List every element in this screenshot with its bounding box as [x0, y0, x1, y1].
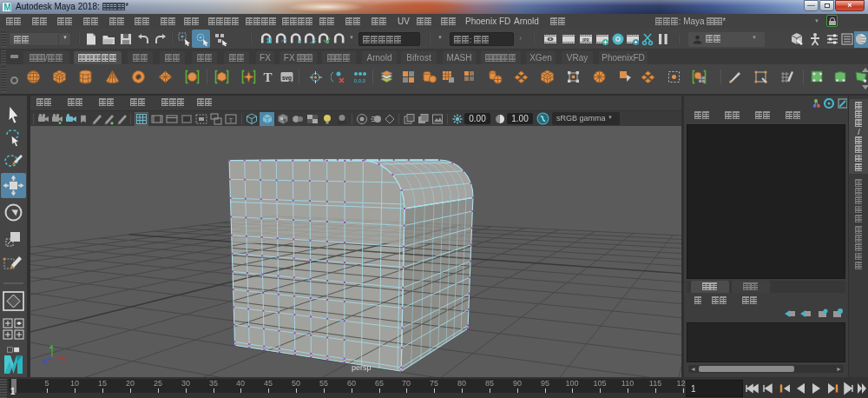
svg-text:T: T: [263, 70, 272, 84]
svg-text:0,0,0: 0,0,0: [354, 78, 366, 83]
svg-text:persp: persp: [352, 363, 372, 372]
svg-text:T: T: [229, 116, 233, 124]
svg-text:IPR: IPR: [582, 38, 589, 43]
svg-text:svg: svg: [282, 75, 292, 82]
